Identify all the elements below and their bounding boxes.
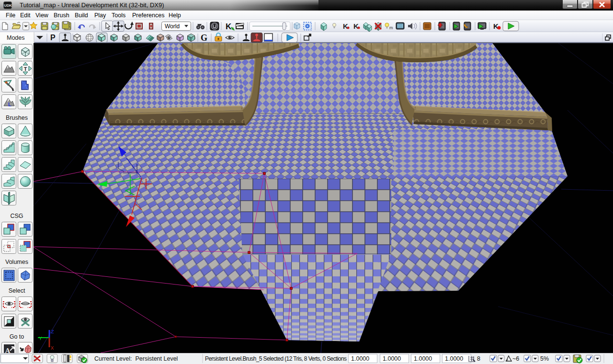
svg-text:~6: ~6 bbox=[512, 355, 519, 362]
svg-text:World: World bbox=[165, 23, 180, 30]
svg-text:UDK: UDK bbox=[4, 3, 12, 8]
svg-text:P: P bbox=[50, 34, 56, 42]
svg-text:CSG: CSG bbox=[10, 213, 23, 219]
svg-text:X: X bbox=[51, 345, 54, 351]
svg-text:Go to: Go to bbox=[10, 333, 24, 340]
svg-text:Z: Z bbox=[51, 329, 54, 335]
svg-text:1.0000: 1.0000 bbox=[414, 355, 432, 362]
svg-text:Persistent Level.Brush_5 Selec: Persistent Level.Brush_5 Selected (12 Tr… bbox=[205, 355, 347, 362]
svg-text:K: K bbox=[226, 22, 232, 31]
svg-text:L: L bbox=[8, 102, 11, 107]
svg-text:Y: Y bbox=[39, 336, 42, 341]
svg-text:Current Level: Persistent Lev: Current Level: Persistent Level bbox=[94, 355, 178, 362]
svg-text:Select: Select bbox=[9, 287, 25, 294]
svg-text:T: T bbox=[24, 66, 27, 72]
svg-text:G: G bbox=[201, 33, 207, 43]
svg-text:Volumes: Volumes bbox=[5, 259, 28, 265]
svg-text:5%: 5% bbox=[540, 355, 549, 362]
svg-text:K: K bbox=[493, 22, 499, 30]
svg-text:A: A bbox=[5, 347, 11, 353]
svg-text:Modes: Modes bbox=[7, 34, 25, 41]
svg-text:Brushes: Brushes bbox=[6, 114, 28, 121]
svg-text:K: K bbox=[353, 22, 359, 30]
svg-text:S: S bbox=[168, 36, 170, 40]
svg-text:1.0000: 1.0000 bbox=[383, 355, 401, 362]
svg-text:8: 8 bbox=[477, 355, 480, 362]
svg-text:m: m bbox=[389, 25, 393, 30]
svg-text:K: K bbox=[343, 22, 348, 30]
svg-text:1.0000: 1.0000 bbox=[351, 355, 369, 362]
svg-text:1.0000: 1.0000 bbox=[445, 355, 463, 362]
